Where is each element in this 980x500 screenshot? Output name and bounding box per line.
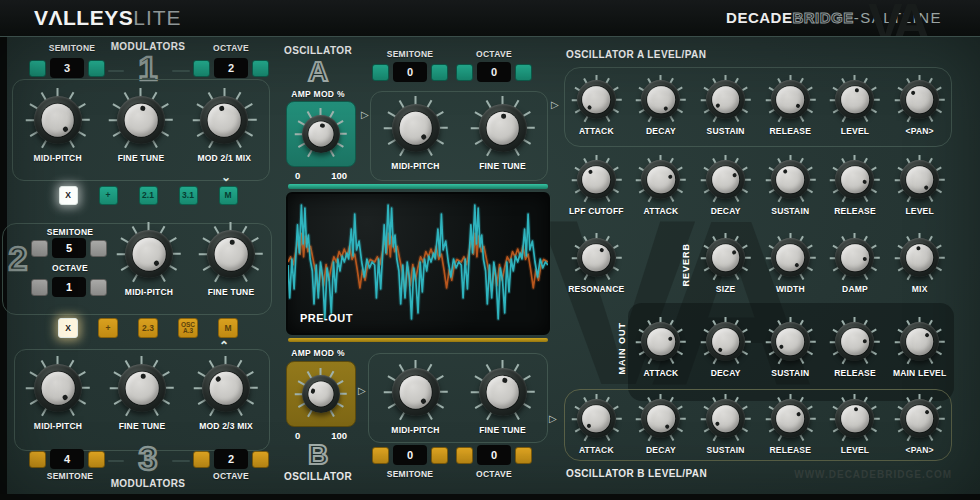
resonance-reverb-row: RESONANCE REVERB SIZEWIDTHDAMPMIX bbox=[564, 235, 952, 294]
mod-button-[interactable]: + bbox=[98, 318, 118, 338]
knob-pan[interactable]: <PAN> bbox=[897, 396, 942, 455]
knob-decay[interactable]: DECAY bbox=[638, 77, 683, 136]
knob-midi-pitch[interactable]: MIDI-PITCH bbox=[120, 225, 178, 297]
knob-sustain[interactable]: SUSTAIN bbox=[768, 157, 813, 216]
main-out-label-cell: MAIN OUT bbox=[564, 319, 629, 378]
stepper-left-button[interactable] bbox=[456, 447, 473, 464]
mod-button-m[interactable]: M bbox=[219, 186, 238, 205]
mod-button-x[interactable]: X bbox=[58, 318, 78, 338]
mod-button-2-1[interactable]: 2.1 bbox=[139, 186, 158, 205]
knob-fine-tune[interactable]: FINE TUNE bbox=[474, 99, 532, 171]
knob-label: <PAN> bbox=[906, 445, 934, 455]
knob-sustain[interactable]: SUSTAIN bbox=[703, 77, 748, 136]
osc-b-levelpan-knob-row: ATTACKDECAYSUSTAINRELEASELEVEL<PAN> bbox=[564, 396, 952, 455]
knob-release[interactable]: RELEASE bbox=[768, 77, 813, 136]
signal-flow-arrow-icon: ▷ bbox=[358, 385, 366, 396]
osc-b-octave-stepper: 0 bbox=[456, 445, 532, 465]
knob-fine-tune[interactable]: FINE TUNE bbox=[474, 363, 532, 435]
knob-release[interactable]: RELEASE bbox=[832, 319, 877, 378]
knob-mod-2-1-mix[interactable]: MOD 2/1 MIX bbox=[195, 91, 253, 163]
knob-fine-tune[interactable]: FINE TUNE bbox=[113, 359, 171, 431]
mod-button-3-1[interactable]: 3.1 bbox=[179, 186, 198, 205]
knob-sustain[interactable]: SUSTAIN bbox=[768, 319, 813, 378]
mod2-octave-value[interactable]: 1 bbox=[52, 277, 86, 297]
knob-midi-pitch[interactable]: MIDI-PITCH bbox=[387, 99, 445, 171]
osc-a-octave-value[interactable]: 0 bbox=[477, 62, 511, 82]
stepper-left-button[interactable] bbox=[193, 60, 210, 77]
knob-resonance[interactable]: RESONANCE bbox=[568, 235, 624, 294]
knob-pan[interactable]: <PAN> bbox=[897, 77, 942, 136]
mod-button-x[interactable]: X bbox=[59, 186, 78, 205]
mod-button-2-3[interactable]: 2.3 bbox=[138, 318, 158, 338]
knob-decay[interactable]: DECAY bbox=[703, 319, 748, 378]
reverb-section-label: REVERB bbox=[681, 243, 691, 287]
stepper-right-button[interactable] bbox=[515, 447, 532, 464]
knob-attack[interactable]: ATTACK bbox=[574, 396, 619, 455]
knob-level[interactable]: LEVEL bbox=[832, 396, 877, 455]
stepper-right-button[interactable] bbox=[252, 451, 269, 468]
mod2-semitone-label: SEMITONE bbox=[34, 227, 106, 237]
stepper-right-button[interactable] bbox=[431, 64, 448, 81]
mod3-section-title: MODULATORS bbox=[88, 478, 208, 489]
mod3-octave-value[interactable]: 2 bbox=[214, 449, 248, 469]
mod-button-[interactable]: + bbox=[99, 186, 118, 205]
stepper-right-button[interactable] bbox=[515, 64, 532, 81]
knob-mix[interactable]: MIX bbox=[897, 235, 942, 294]
knob-main-level[interactable]: MAIN LEVEL bbox=[893, 319, 946, 378]
mod2-semitone-value[interactable]: 5 bbox=[52, 238, 86, 258]
stepper-left-button[interactable] bbox=[29, 451, 46, 468]
osc-b-octave-value[interactable]: 0 bbox=[477, 445, 511, 465]
knob-midi-pitch[interactable]: MIDI-PITCH bbox=[29, 91, 87, 163]
osc-b-semitone-stepper: 0 bbox=[372, 445, 448, 465]
knob-label: DECAY bbox=[711, 206, 741, 216]
stepper-left-button[interactable] bbox=[29, 60, 46, 77]
mod1-semitone-value[interactable]: 3 bbox=[50, 58, 84, 78]
stepper-right-button[interactable] bbox=[431, 447, 448, 464]
knob-level[interactable]: LEVEL bbox=[897, 157, 942, 216]
knob-fine-tune[interactable]: FINE TUNE bbox=[202, 225, 260, 297]
stepper-left-button[interactable] bbox=[456, 64, 473, 81]
knob-size[interactable]: SIZE bbox=[703, 235, 748, 294]
stepper-right-button[interactable] bbox=[88, 451, 105, 468]
knob-decay[interactable]: DECAY bbox=[703, 157, 748, 216]
knob-label: FINE TUNE bbox=[479, 425, 526, 435]
knob-damp[interactable]: DAMP bbox=[832, 235, 877, 294]
stepper-left-button[interactable] bbox=[372, 447, 389, 464]
knob-label: FINE TUNE bbox=[208, 287, 255, 297]
stepper-left-button[interactable] bbox=[31, 240, 48, 257]
knob-release[interactable]: RELEASE bbox=[768, 396, 813, 455]
signal-flow-arrow-icon: ▷ bbox=[551, 99, 559, 110]
mod-button-m[interactable]: M bbox=[218, 318, 238, 338]
osc-a-semitone-value[interactable]: 0 bbox=[393, 62, 427, 82]
knob-release[interactable]: RELEASE bbox=[832, 157, 877, 216]
stepper-right-button[interactable] bbox=[90, 279, 107, 296]
knob-midi-pitch[interactable]: MIDI-PITCH bbox=[387, 363, 445, 435]
knob-lpf-cutoff[interactable]: LPF CUTOFF bbox=[569, 157, 624, 216]
knob-label: FINE TUNE bbox=[479, 161, 526, 171]
knob-amp-mod[interactable] bbox=[298, 371, 344, 417]
knob-level[interactable]: LEVEL bbox=[832, 77, 877, 136]
knob-attack[interactable]: ATTACK bbox=[574, 77, 619, 136]
knob-width[interactable]: WIDTH bbox=[768, 235, 813, 294]
knob-midi-pitch[interactable]: MIDI-PITCH bbox=[29, 359, 87, 431]
mod1-octave-value[interactable]: 2 bbox=[214, 58, 248, 78]
stepper-right-button[interactable] bbox=[90, 240, 107, 257]
knob-attack[interactable]: ATTACK bbox=[638, 319, 683, 378]
mod-button-osc-a-3[interactable]: OSC A.3 bbox=[178, 318, 198, 338]
osc-b-semitone-value[interactable]: 0 bbox=[393, 445, 427, 465]
mod3-semitone-value[interactable]: 4 bbox=[50, 449, 84, 469]
mod3-semitone-stepper: 4 bbox=[29, 449, 105, 469]
stepper-right-button[interactable] bbox=[252, 60, 269, 77]
stepper-left-button[interactable] bbox=[31, 279, 48, 296]
knob-fine-tune[interactable]: FINE TUNE bbox=[112, 91, 170, 163]
stepper-right-button[interactable] bbox=[88, 60, 105, 77]
reverb-label-cell: REVERB bbox=[629, 235, 694, 294]
knob-decay[interactable]: DECAY bbox=[638, 396, 683, 455]
knob-attack[interactable]: ATTACK bbox=[638, 157, 683, 216]
knob-sustain[interactable]: SUSTAIN bbox=[703, 396, 748, 455]
knob-amp-mod[interactable] bbox=[298, 111, 344, 157]
knob-mod-2-3-mix[interactable]: MOD 2/3 MIX bbox=[197, 359, 255, 431]
osc-a-octave-label: OCTAVE bbox=[456, 49, 532, 59]
stepper-left-button[interactable] bbox=[193, 451, 210, 468]
stepper-left-button[interactable] bbox=[372, 64, 389, 81]
